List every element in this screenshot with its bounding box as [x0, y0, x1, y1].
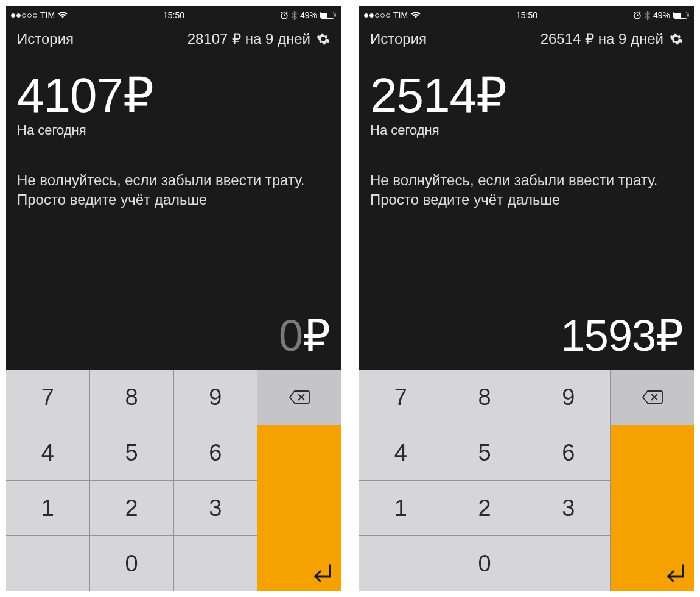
- svg-rect-3: [335, 14, 336, 17]
- key-3[interactable]: 3: [527, 481, 611, 535]
- key-4[interactable]: 4: [6, 425, 89, 480]
- key-blank: [359, 536, 443, 591]
- divider: [370, 60, 683, 60]
- gear-icon[interactable]: [670, 32, 683, 46]
- backspace-icon: [289, 389, 310, 405]
- enter-icon: [309, 563, 334, 584]
- key-7[interactable]: 7: [6, 370, 89, 425]
- divider: [17, 152, 330, 152]
- key-2[interactable]: 2: [443, 481, 527, 535]
- battery-percent: 49%: [653, 10, 670, 20]
- gear-icon[interactable]: [317, 32, 330, 46]
- key-7[interactable]: 7: [359, 370, 443, 425]
- svg-rect-2: [321, 13, 327, 18]
- wifi-icon: [411, 12, 421, 19]
- tip-text: Не волнуйтесь, если забыли ввести трату.…: [370, 171, 683, 210]
- signal-dots-icon: [11, 13, 37, 18]
- key-3[interactable]: 3: [174, 481, 257, 535]
- key-blank-2: [174, 536, 257, 591]
- bluetooth-icon: [292, 11, 297, 20]
- divider: [370, 152, 683, 152]
- enter-icon: [662, 563, 687, 584]
- clock: 15:50: [163, 10, 184, 20]
- key-8[interactable]: 8: [443, 370, 527, 425]
- key-2[interactable]: 2: [90, 481, 173, 535]
- key-8[interactable]: 8: [90, 370, 173, 425]
- history-link[interactable]: История: [17, 30, 74, 48]
- clock: 15:50: [516, 10, 537, 20]
- expense-input-currency: ₽: [656, 311, 683, 360]
- numeric-keypad: 7 8 9 4 5 6 1 2 3 0: [359, 370, 694, 591]
- backspace-icon: [642, 389, 663, 405]
- battery-icon: [320, 12, 336, 19]
- battery-icon: [673, 12, 689, 19]
- expense-input-display: 1593₽: [370, 304, 683, 370]
- alarm-icon: [280, 11, 289, 19]
- budget-summary: 28107 ₽ на 9 дней: [187, 30, 310, 48]
- key-6[interactable]: 6: [174, 425, 257, 480]
- divider: [17, 60, 330, 60]
- expense-input-currency: ₽: [303, 311, 330, 360]
- key-5[interactable]: 5: [443, 425, 527, 480]
- svg-rect-6: [674, 13, 681, 18]
- history-link[interactable]: История: [370, 30, 427, 48]
- key-9[interactable]: 9: [174, 370, 257, 425]
- key-backspace[interactable]: [257, 370, 341, 425]
- wifi-icon: [58, 12, 68, 19]
- phone-screen-left: TIM 15:50 49% История 28107 ₽ на 9 дней: [6, 6, 341, 591]
- key-9[interactable]: 9: [527, 370, 611, 425]
- expense-input-display: 0₽: [17, 304, 330, 370]
- alarm-icon: [633, 11, 642, 19]
- phone-screen-right: TIM 15:50 49% История 26514 ₽ на 9 дней: [359, 6, 694, 591]
- bluetooth-icon: [645, 11, 650, 20]
- status-bar: TIM 15:50 49%: [359, 6, 694, 24]
- key-1[interactable]: 1: [6, 481, 89, 535]
- budget-summary: 26514 ₽ на 9 дней: [541, 30, 663, 48]
- key-6[interactable]: 6: [527, 425, 611, 480]
- key-0[interactable]: 0: [443, 536, 527, 591]
- key-blank: [6, 536, 89, 591]
- key-enter[interactable]: [257, 425, 341, 591]
- main-panel: 2514₽ На сегодня Не волнуйтесь, если заб…: [359, 57, 694, 370]
- key-enter[interactable]: [611, 425, 694, 591]
- battery-percent: 49%: [300, 10, 317, 20]
- status-bar: TIM 15:50 49%: [6, 6, 341, 24]
- key-5[interactable]: 5: [90, 425, 173, 480]
- key-0[interactable]: 0: [90, 536, 173, 591]
- expense-input-digits: 0: [279, 311, 303, 360]
- main-panel: 4107₽ На сегодня Не волнуйтесь, если заб…: [6, 57, 341, 370]
- numeric-keypad: 7 8 9 4 5 6 1 2 3 0: [6, 370, 341, 591]
- daily-budget-label: На сегодня: [17, 122, 330, 138]
- carrier-label: TIM: [40, 10, 55, 20]
- daily-budget-amount: 4107₽: [17, 70, 330, 121]
- app-header: История 28107 ₽ на 9 дней: [6, 24, 341, 57]
- key-1[interactable]: 1: [359, 481, 443, 535]
- daily-budget-label: На сегодня: [370, 122, 683, 138]
- key-backspace[interactable]: [611, 370, 694, 425]
- key-4[interactable]: 4: [359, 425, 443, 480]
- key-blank-2: [527, 536, 611, 591]
- expense-input-digits: 1593: [561, 311, 656, 360]
- app-header: История 26514 ₽ на 9 дней: [359, 24, 694, 57]
- svg-rect-7: [688, 14, 689, 17]
- daily-budget-amount: 2514₽: [370, 70, 683, 121]
- signal-dots-icon: [364, 13, 390, 18]
- tip-text: Не волнуйтесь, если забыли ввести трату.…: [17, 171, 330, 210]
- carrier-label: TIM: [393, 10, 408, 20]
